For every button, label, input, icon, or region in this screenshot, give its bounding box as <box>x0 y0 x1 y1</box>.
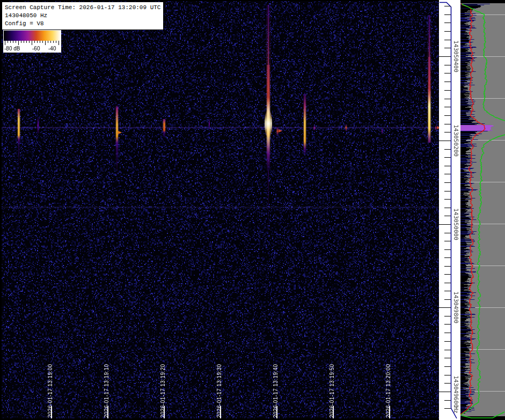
intensity-scale-labels: -80 dB -60 -40 <box>4 46 61 52</box>
capture-time-text: Screen Capture Time: 2026-01-17 13:20:09… <box>5 4 160 12</box>
screen-capture: 2026-01-17 13:19:002026-01-17 13:19:1020… <box>0 0 505 420</box>
db-min-label: -80 dB <box>4 46 20 51</box>
frequency-axis-canvas <box>439 0 460 420</box>
color-scale-legend: -80 dB -60 -40 <box>3 30 61 53</box>
db-max-label: -40 <box>48 46 56 51</box>
info-box: Screen Capture Time: 2026-01-17 13:20:09… <box>2 2 164 30</box>
db-mid-label: -60 <box>32 46 40 51</box>
waterfall-spectrogram-canvas <box>2 1 439 418</box>
spectrum-panel-canvas <box>460 0 505 420</box>
config-readout-text: Config = V8 <box>5 20 160 28</box>
frequency-readout-text: 143048050 Hz <box>5 12 160 20</box>
intensity-gradient-bar <box>4 31 61 41</box>
intensity-scale-ticks <box>4 41 60 46</box>
